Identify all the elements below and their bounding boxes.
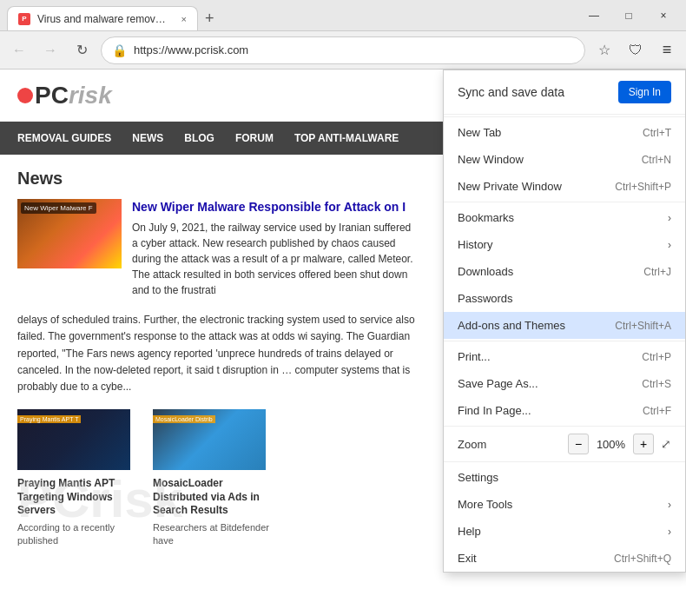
history-arrow-icon: › — [668, 239, 671, 251]
addons-label: Add-ons and Themes — [458, 319, 565, 332]
find-label: Find In Page... — [458, 404, 531, 417]
window-controls: — □ × — [578, 3, 679, 28]
bottom-excerpt-1: According to a recently published — [17, 521, 139, 548]
menu-sync-text: Sync and save data — [458, 85, 564, 99]
url-box[interactable]: 🔒 https://www.pcrisk.com — [101, 36, 585, 64]
tab-favicon: P — [18, 13, 30, 25]
address-bar: ← → ↻ 🔒 https://www.pcrisk.com ☆ 🛡 ≡ — [0, 31, 686, 70]
logo-risk-text: risk — [69, 82, 112, 109]
save-page-shortcut: Ctrl+S — [642, 378, 671, 390]
tab-area: P Virus and malware removal inst × + — [7, 0, 575, 30]
main-news-headline[interactable]: New Wiper Malware Responsible for Attack… — [132, 199, 417, 215]
bookmark-star-button[interactable]: ☆ — [592, 38, 617, 63]
zoom-out-button[interactable]: − — [568, 434, 589, 454]
menu-divider-3 — [444, 341, 685, 341]
find-shortcut: Ctrl+F — [643, 405, 671, 417]
bottom-img-1: Praying Mantis APT T — [17, 409, 130, 470]
lock-icon: 🔒 — [112, 43, 127, 57]
menu-divider-1 — [444, 116, 685, 117]
zoom-label: Zoom — [458, 438, 486, 451]
shield-button[interactable]: 🛡 — [623, 38, 648, 63]
bookmarks-arrow-icon: › — [668, 212, 671, 224]
new-tab-button[interactable]: + — [198, 6, 221, 30]
main-news-item: New Wiper Malware F New Wiper Malware Re… — [17, 199, 417, 298]
new-tab-shortcut: Ctrl+T — [643, 127, 671, 139]
bottom-headline-1[interactable]: Praying Mantis APT Targeting Windows Ser… — [17, 477, 139, 518]
minimize-button[interactable]: — — [578, 3, 610, 28]
zoom-expand-button[interactable]: ⤢ — [661, 437, 671, 451]
help-arrow-icon: › — [668, 526, 671, 538]
news-section-title: News — [17, 169, 417, 189]
private-window-shortcut: Ctrl+Shift+P — [615, 181, 671, 193]
menu-item-save-page[interactable]: Save Page As... Ctrl+S — [444, 370, 685, 397]
refresh-button[interactable]: ↻ — [69, 38, 94, 63]
back-button[interactable]: ← — [7, 38, 31, 63]
menu-item-find[interactable]: Find In Page... Ctrl+F — [444, 397, 685, 424]
nav-removal-guides[interactable]: REMOVAL GUIDES — [17, 132, 111, 144]
menu-item-new-window[interactable]: New Window Ctrl+N — [444, 146, 685, 173]
menu-divider-4 — [444, 426, 685, 427]
bottom-img-label-2: MosaicLoader Distrib — [153, 415, 215, 423]
menu-item-settings[interactable]: Settings — [444, 464, 685, 491]
tab-close-button[interactable]: × — [181, 14, 187, 24]
menu-item-print[interactable]: Print... Ctrl+P — [444, 343, 685, 370]
zoom-in-button[interactable]: + — [633, 434, 654, 454]
menu-item-bookmarks[interactable]: Bookmarks › — [444, 204, 685, 231]
firefox-menu: Sync and save data Sign In New Tab Ctrl+… — [443, 70, 686, 573]
more-tools-arrow-icon: › — [668, 499, 671, 511]
downloads-shortcut: Ctrl+J — [643, 266, 671, 278]
menu-item-passwords[interactable]: Passwords — [444, 285, 685, 312]
close-button[interactable]: × — [648, 3, 679, 28]
menu-item-addons[interactable]: Add-ons and Themes Ctrl+Shift+A — [444, 312, 685, 339]
menu-item-history[interactable]: History › — [444, 231, 685, 258]
app-menu-button[interactable]: ≡ — [655, 38, 679, 63]
bottom-img-2: MosaicLoader Distrib — [153, 409, 266, 470]
logo-dot — [17, 88, 33, 103]
menu-item-downloads[interactable]: Downloads Ctrl+J — [444, 258, 685, 285]
exit-label: Exit — [458, 552, 477, 565]
site-logo: PC risk — [17, 82, 112, 109]
new-window-shortcut: Ctrl+N — [642, 154, 671, 166]
menu-item-more-tools[interactable]: More Tools › — [444, 491, 685, 518]
active-tab[interactable]: P Virus and malware removal inst × — [7, 6, 198, 30]
nav-news[interactable]: NEWS — [132, 132, 163, 144]
bottom-news-item-1: Praying Mantis APT T Praying Mantis APT … — [17, 409, 139, 548]
bottom-headline-2[interactable]: MosaicLoader Distributed via Ads in Sear… — [153, 477, 274, 518]
main-news-content: New Wiper Malware Responsible for Attack… — [132, 199, 417, 298]
menu-item-new-tab[interactable]: New Tab Ctrl+T — [444, 119, 685, 146]
settings-label: Settings — [458, 471, 498, 484]
downloads-label: Downloads — [458, 265, 513, 278]
nav-forum[interactable]: FORUM — [235, 132, 274, 144]
menu-zoom-row: Zoom − 100% + ⤢ — [444, 428, 685, 460]
print-shortcut: Ctrl+P — [642, 351, 671, 363]
main-news-long-text: delays of scheduled trains. Further, the… — [17, 312, 417, 395]
more-tools-label: More Tools — [458, 498, 512, 511]
title-bar: P Virus and malware removal inst × + — □… — [0, 0, 686, 31]
print-label: Print... — [458, 350, 491, 363]
nav-blog[interactable]: BLOG — [184, 132, 214, 144]
save-page-label: Save Page As... — [458, 377, 538, 390]
exit-shortcut: Ctrl+Shift+Q — [614, 553, 671, 565]
forward-button[interactable]: → — [38, 38, 63, 63]
passwords-label: Passwords — [458, 292, 513, 305]
menu-item-private-window[interactable]: New Private Window Ctrl+Shift+P — [444, 173, 685, 200]
bottom-img-label-1: Praying Mantis APT T — [17, 415, 81, 423]
tab-title: Virus and malware removal inst — [37, 13, 171, 25]
addons-shortcut: Ctrl+Shift+A — [615, 320, 671, 332]
zoom-controls: − 100% + ⤢ — [568, 434, 671, 454]
main-news-image: New Wiper Malware F — [17, 199, 122, 268]
maximize-button[interactable]: □ — [613, 3, 644, 28]
bookmarks-label: Bookmarks — [458, 211, 514, 224]
menu-item-exit[interactable]: Exit Ctrl+Shift+Q — [444, 545, 685, 572]
zoom-value: 100% — [596, 438, 626, 451]
main-news-img-placeholder: New Wiper Malware F — [17, 199, 122, 268]
nav-top-anti-malware[interactable]: TOP ANTI-MALWARE — [294, 132, 399, 144]
private-window-label: New Private Window — [458, 180, 562, 193]
logo-pc-text: PC — [35, 82, 69, 109]
menu-divider-5 — [444, 461, 685, 462]
history-label: History — [458, 238, 492, 251]
menu-item-help[interactable]: Help › — [444, 518, 685, 545]
bottom-news-item-2: MosaicLoader Distrib MosaicLoader Distri… — [153, 409, 274, 548]
sign-in-button[interactable]: Sign In — [618, 81, 671, 103]
news-section: News New Wiper Malware F New Wiper Malwa… — [0, 155, 434, 409]
